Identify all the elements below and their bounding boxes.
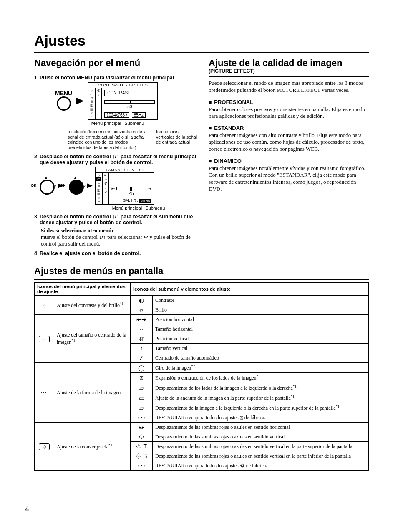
sub-icon: →•←: [131, 461, 153, 471]
step-1-num: 1: [34, 75, 37, 81]
osd1-res: 1024x768 /: [104, 112, 129, 118]
sub-icon: ⇤⇥: [131, 315, 153, 324]
step-2-num: 2: [34, 154, 37, 165]
step-3-num: 3: [34, 214, 37, 225]
sub-icon: ▱: [131, 403, 153, 413]
rule-right: [209, 76, 369, 77]
sub-desc: Ajuste de la anchura de la imagen en la …: [153, 393, 369, 403]
sub-desc: Desplazamiento de las sombras rojas o az…: [153, 432, 369, 442]
sub-icon: ⯐: [131, 423, 153, 432]
ok-knob-2-icon: OK▲▼›: [66, 177, 84, 195]
osd2-subside: ⇤↔⇵↕⤢: [103, 173, 109, 204]
osd1-sidebar: ☼▭▱⊞◫▤⎚↩: [88, 88, 96, 119]
main-icon: 〰: [35, 363, 54, 423]
arrow-icon: [87, 183, 93, 188]
sub-icon: ▱: [131, 383, 153, 393]
th-main: Iconos del menú principal y elementos de…: [35, 283, 131, 296]
step-3: 3 Desplace el botón de control ↓/↑ para …: [34, 214, 198, 225]
osd2-value: 45: [111, 191, 151, 196]
osd2-title: TAMAÑO/CENTRO: [96, 167, 154, 173]
osd-2: TAMAÑO/CENTRO ☼▭▱⊞◫▤⎚↩ ⇤↔⇵↕⤢ ⇤ ⇥: [95, 167, 154, 205]
osd1-value: 50: [104, 104, 155, 109]
sub-icon: ◐: [131, 296, 153, 305]
right-heading: Ajuste de la calidad de imagen: [209, 58, 369, 68]
mode-1-h: PROFESIONAL: [209, 99, 369, 105]
rule-top: [34, 52, 369, 53]
step-4-text: Realice el ajuste con el botón de contro…: [40, 251, 198, 256]
sub-desc: Tamaño horizontal: [153, 324, 369, 334]
main-desc: Ajuste del contraste y del brillo*1: [54, 296, 131, 315]
osd1-title: CONTRASTE / BR I LLO: [88, 83, 157, 88]
right-subheading: (PICTURE EFFECT): [209, 68, 369, 74]
arrows-icon: ↓/↑: [99, 234, 106, 240]
menu-knob-icon: [57, 96, 71, 111]
sub-desc: RESTAURAR: recupera todos los ajustes ⧖ …: [153, 413, 369, 423]
main-desc: Ajuste del tamaño o centrado de la image…: [54, 315, 131, 363]
menu-label: MENU: [55, 90, 72, 96]
sub-icon: ⧖: [131, 373, 153, 383]
ok-knob-1-icon: OK▲▼›: [37, 177, 55, 195]
fig1-cap-main: Menú principal: [91, 121, 121, 126]
main-icon: ↔: [35, 315, 54, 363]
page-number: 4: [25, 504, 29, 514]
sub-icon: ◯: [131, 363, 153, 373]
step-4-num: 4: [34, 251, 37, 256]
sub-desc: Desplazamiento de las sombras rojas o az…: [153, 442, 369, 451]
lower-heading: Ajustes de menús en pantalla: [34, 266, 369, 276]
step-2-text: Desplace el botón de control ↓/↑ para re…: [40, 154, 198, 165]
right-intro: Puede seleccionar el modo de imagen más …: [209, 80, 369, 94]
mode-2-txt: Para obtener imágenes con alto contraste…: [209, 132, 369, 153]
sub-icon: ⯑ T: [131, 442, 153, 451]
mode-3-txt: Para obtener imágenes notablemente vívid…: [209, 165, 369, 193]
sub-icon: →•←: [131, 413, 153, 423]
sub-icon: ⇵: [131, 334, 153, 344]
main-desc: Ajuste de la forma de la imagen: [54, 363, 131, 423]
sub-icon: ☼: [131, 305, 153, 315]
page-title: Ajustes: [34, 33, 369, 49]
step3-sub1: Si desea seleccionar otro menú:: [41, 227, 198, 234]
fig2-cap-sub: Submenú: [145, 205, 165, 210]
mode-2-h: ESTANDAR: [209, 125, 369, 131]
sub-icon: ▭: [131, 393, 153, 403]
sub-icon: ⤢: [131, 353, 153, 363]
main-icon: ☼: [35, 296, 54, 315]
sub-desc: Expansión o contracción de los lados de …: [153, 373, 369, 383]
main-desc: Ajuste de la convergencia*2: [54, 423, 131, 471]
sub-desc: Desplazamiento de las sombras rojas o az…: [153, 423, 369, 432]
table-row: ↔Ajuste del tamaño o centrado de la imag…: [35, 315, 369, 324]
step-1-text: Pulse el botón MENU para visualizar el m…: [40, 75, 198, 81]
table-row: 〰Ajuste de la forma de la imagen◯Giro de…: [35, 363, 369, 373]
mode-1-txt: Para obtener colores precisos y consiste…: [209, 106, 369, 120]
fig1-note-right: frecuencias verticales de la señal de en…: [156, 129, 198, 150]
fig1-cap-sub: Submenú: [124, 121, 144, 126]
sub-desc: Tamaño vertical: [153, 344, 369, 353]
left-heading: Navegación por el menú: [34, 58, 198, 68]
step3-sub2: mueva el botón de control ↓/↑ para selec…: [41, 234, 198, 248]
sub-icon: ↔: [131, 324, 153, 334]
sub-desc: Posición horizontal: [153, 315, 369, 324]
fig2-cap-main: Menú principal: [112, 205, 142, 210]
th-sub: Iconos del submenú y elementos de ajuste: [131, 283, 369, 296]
step-1: 1 Pulse el botón MENU para visualizar el…: [34, 75, 198, 81]
return-icon: ↩: [144, 234, 148, 240]
step-3-text: Desplace el botón de control ↓/↑ para re…: [40, 214, 198, 225]
sub-desc: Posición vertical: [153, 334, 369, 344]
osd2-sidebar: ☼▭▱⊞◫▤⎚↩: [96, 173, 103, 204]
sub-icon: ⯑ B: [131, 451, 153, 461]
sub-icon: ⯑: [131, 432, 153, 442]
table-row: ⯑Ajuste de la convergencia*2⯐Desplazamie…: [35, 423, 369, 432]
main-icon: ⯑: [35, 423, 54, 471]
osd1-hz: 85Hz: [132, 112, 146, 118]
settings-table: Iconos del menú principal y elementos de…: [34, 282, 369, 471]
mode-3-h: DINAMICO: [209, 158, 369, 164]
osd1-item: CONTRASTE: [104, 90, 136, 96]
rule-left: [34, 71, 198, 71]
step-4: 4 Realice el ajuste con el botón de cont…: [34, 251, 198, 256]
osd2-exit: SAL I R :: [123, 198, 138, 203]
osd1-subside: ◐☼: [96, 88, 102, 119]
fig1-note-left: resolución/frecuencias horizontales de l…: [68, 129, 151, 150]
sub-desc: Desplazamiento de los lados de la imagen…: [153, 383, 369, 393]
osd-1: CONTRASTE / BR I LLO ☼▭▱⊞◫▤⎚↩ ◐☼ CONTRAS…: [88, 82, 158, 120]
sub-desc: Desplazamiento de la imagen a la izquier…: [153, 403, 369, 413]
sub-desc: Giro de la imagen*2: [153, 363, 369, 373]
